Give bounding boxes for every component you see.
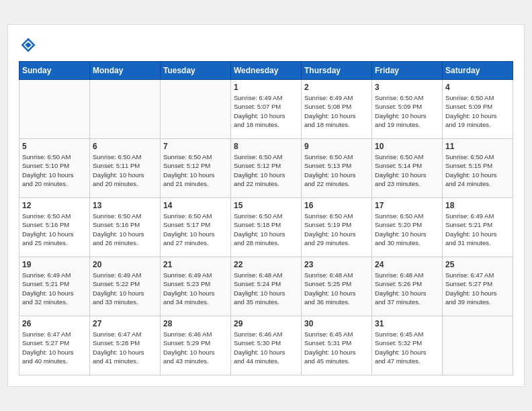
day-info: Sunrise: 6:50 AM Sunset: 5:12 PM Dayligh… bbox=[234, 152, 298, 188]
day-cell-2: 2Sunrise: 6:49 AM Sunset: 5:08 PM Daylig… bbox=[302, 80, 372, 139]
day-info: Sunrise: 6:49 AM Sunset: 5:22 PM Dayligh… bbox=[93, 271, 157, 306]
day-info: Sunrise: 6:48 AM Sunset: 5:25 PM Dayligh… bbox=[304, 271, 369, 306]
day-info: Sunrise: 6:48 AM Sunset: 5:24 PM Dayligh… bbox=[234, 271, 298, 306]
day-cell-28: 28Sunrise: 6:46 AM Sunset: 5:29 PM Dayli… bbox=[161, 316, 231, 375]
day-number: 6 bbox=[93, 142, 157, 151]
day-number: 27 bbox=[93, 319, 157, 328]
day-number: 14 bbox=[163, 201, 228, 210]
empty-cell bbox=[443, 316, 513, 375]
day-cell-23: 23Sunrise: 6:48 AM Sunset: 5:25 PM Dayli… bbox=[302, 257, 372, 316]
day-number: 5 bbox=[22, 142, 87, 151]
day-info: Sunrise: 6:49 AM Sunset: 5:23 PM Dayligh… bbox=[163, 271, 228, 306]
day-info: Sunrise: 6:45 AM Sunset: 5:32 PM Dayligh… bbox=[375, 330, 439, 365]
day-cell-4: 4Sunrise: 6:50 AM Sunset: 5:09 PM Daylig… bbox=[443, 80, 513, 139]
weekday-header-thursday: Thursday bbox=[302, 62, 372, 80]
day-info: Sunrise: 6:50 AM Sunset: 5:13 PM Dayligh… bbox=[304, 152, 369, 188]
week-row-4: 19Sunrise: 6:49 AM Sunset: 5:21 PM Dayli… bbox=[19, 257, 513, 316]
day-number: 15 bbox=[234, 201, 298, 210]
day-cell-10: 10Sunrise: 6:50 AM Sunset: 5:14 PM Dayli… bbox=[372, 139, 443, 198]
day-cell-31: 31Sunrise: 6:45 AM Sunset: 5:32 PM Dayli… bbox=[372, 316, 443, 375]
day-cell-12: 12Sunrise: 6:50 AM Sunset: 5:16 PM Dayli… bbox=[19, 198, 90, 257]
day-info: Sunrise: 6:49 AM Sunset: 5:07 PM Dayligh… bbox=[234, 93, 298, 129]
weekday-header-monday: Monday bbox=[90, 62, 161, 80]
day-cell-5: 5Sunrise: 6:50 AM Sunset: 5:10 PM Daylig… bbox=[19, 139, 90, 198]
day-number: 31 bbox=[375, 319, 439, 328]
day-cell-27: 27Sunrise: 6:47 AM Sunset: 5:28 PM Dayli… bbox=[90, 316, 161, 375]
day-number: 7 bbox=[163, 142, 228, 151]
empty-cell bbox=[19, 80, 90, 139]
day-cell-7: 7Sunrise: 6:50 AM Sunset: 5:12 PM Daylig… bbox=[161, 139, 231, 198]
day-number: 9 bbox=[304, 142, 369, 151]
day-cell-17: 17Sunrise: 6:50 AM Sunset: 5:20 PM Dayli… bbox=[372, 198, 443, 257]
day-cell-16: 16Sunrise: 6:50 AM Sunset: 5:19 PM Dayli… bbox=[302, 198, 372, 257]
week-row-1: 1Sunrise: 6:49 AM Sunset: 5:07 PM Daylig… bbox=[19, 80, 513, 139]
day-info: Sunrise: 6:45 AM Sunset: 5:31 PM Dayligh… bbox=[304, 330, 369, 365]
day-info: Sunrise: 6:50 AM Sunset: 5:18 PM Dayligh… bbox=[234, 212, 298, 247]
week-row-3: 12Sunrise: 6:50 AM Sunset: 5:16 PM Dayli… bbox=[19, 198, 513, 257]
day-info: Sunrise: 6:46 AM Sunset: 5:29 PM Dayligh… bbox=[163, 330, 228, 365]
day-info: Sunrise: 6:50 AM Sunset: 5:11 PM Dayligh… bbox=[93, 152, 157, 188]
day-cell-24: 24Sunrise: 6:48 AM Sunset: 5:26 PM Dayli… bbox=[372, 257, 443, 316]
day-number: 10 bbox=[375, 142, 439, 151]
day-number: 11 bbox=[445, 142, 510, 151]
day-info: Sunrise: 6:50 AM Sunset: 5:17 PM Dayligh… bbox=[163, 212, 228, 247]
day-info: Sunrise: 6:50 AM Sunset: 5:14 PM Dayligh… bbox=[375, 152, 439, 188]
day-number: 24 bbox=[375, 260, 439, 269]
empty-cell bbox=[90, 80, 161, 139]
logo-icon bbox=[19, 36, 38, 54]
day-info: Sunrise: 6:50 AM Sunset: 5:10 PM Dayligh… bbox=[22, 152, 87, 188]
day-cell-29: 29Sunrise: 6:46 AM Sunset: 5:30 PM Dayli… bbox=[231, 316, 302, 375]
day-cell-1: 1Sunrise: 6:49 AM Sunset: 5:07 PM Daylig… bbox=[231, 80, 302, 139]
day-cell-20: 20Sunrise: 6:49 AM Sunset: 5:22 PM Dayli… bbox=[90, 257, 161, 316]
weekday-header-row: SundayMondayTuesdayWednesdayThursdayFrid… bbox=[19, 62, 513, 80]
day-number: 22 bbox=[234, 260, 298, 269]
day-info: Sunrise: 6:50 AM Sunset: 5:12 PM Dayligh… bbox=[163, 152, 228, 188]
day-number: 12 bbox=[22, 201, 87, 210]
day-number: 18 bbox=[445, 201, 510, 210]
weekday-header-tuesday: Tuesday bbox=[161, 62, 231, 80]
day-info: Sunrise: 6:47 AM Sunset: 5:28 PM Dayligh… bbox=[93, 330, 157, 365]
day-cell-19: 19Sunrise: 6:49 AM Sunset: 5:21 PM Dayli… bbox=[19, 257, 90, 316]
day-cell-30: 30Sunrise: 6:45 AM Sunset: 5:31 PM Dayli… bbox=[302, 316, 372, 375]
day-number: 20 bbox=[93, 260, 157, 269]
day-cell-25: 25Sunrise: 6:47 AM Sunset: 5:27 PM Dayli… bbox=[443, 257, 513, 316]
day-number: 21 bbox=[163, 260, 228, 269]
day-cell-21: 21Sunrise: 6:49 AM Sunset: 5:23 PM Dayli… bbox=[161, 257, 231, 316]
day-info: Sunrise: 6:49 AM Sunset: 5:08 PM Dayligh… bbox=[304, 93, 369, 129]
day-info: Sunrise: 6:50 AM Sunset: 5:09 PM Dayligh… bbox=[375, 93, 439, 129]
day-info: Sunrise: 6:50 AM Sunset: 5:16 PM Dayligh… bbox=[22, 212, 87, 247]
day-info: Sunrise: 6:50 AM Sunset: 5:19 PM Dayligh… bbox=[304, 212, 369, 247]
day-cell-18: 18Sunrise: 6:49 AM Sunset: 5:21 PM Dayli… bbox=[443, 198, 513, 257]
day-number: 19 bbox=[22, 260, 87, 269]
day-number: 2 bbox=[304, 83, 369, 92]
weekday-header-saturday: Saturday bbox=[443, 62, 513, 80]
weekday-header-sunday: Sunday bbox=[19, 62, 90, 80]
week-row-2: 5Sunrise: 6:50 AM Sunset: 5:10 PM Daylig… bbox=[19, 139, 513, 198]
calendar-container: SundayMondayTuesdayWednesdayThursdayFrid… bbox=[7, 24, 525, 387]
day-number: 30 bbox=[304, 319, 369, 328]
day-number: 16 bbox=[304, 201, 369, 210]
day-number: 8 bbox=[234, 142, 298, 151]
day-number: 4 bbox=[445, 83, 510, 92]
day-cell-22: 22Sunrise: 6:48 AM Sunset: 5:24 PM Dayli… bbox=[231, 257, 302, 316]
day-info: Sunrise: 6:48 AM Sunset: 5:26 PM Dayligh… bbox=[375, 271, 439, 306]
day-info: Sunrise: 6:46 AM Sunset: 5:30 PM Dayligh… bbox=[234, 330, 298, 365]
day-cell-8: 8Sunrise: 6:50 AM Sunset: 5:12 PM Daylig… bbox=[231, 139, 302, 198]
day-cell-15: 15Sunrise: 6:50 AM Sunset: 5:18 PM Dayli… bbox=[231, 198, 302, 257]
day-number: 29 bbox=[234, 319, 298, 328]
day-info: Sunrise: 6:50 AM Sunset: 5:16 PM Dayligh… bbox=[93, 212, 157, 247]
day-cell-14: 14Sunrise: 6:50 AM Sunset: 5:17 PM Dayli… bbox=[161, 198, 231, 257]
day-number: 25 bbox=[445, 260, 510, 269]
day-cell-6: 6Sunrise: 6:50 AM Sunset: 5:11 PM Daylig… bbox=[90, 139, 161, 198]
day-info: Sunrise: 6:50 AM Sunset: 5:15 PM Dayligh… bbox=[445, 152, 510, 188]
day-cell-3: 3Sunrise: 6:50 AM Sunset: 5:09 PM Daylig… bbox=[372, 80, 443, 139]
day-info: Sunrise: 6:49 AM Sunset: 5:21 PM Dayligh… bbox=[445, 212, 510, 247]
day-number: 23 bbox=[304, 260, 369, 269]
logo bbox=[19, 36, 40, 54]
weekday-header-wednesday: Wednesday bbox=[231, 62, 302, 80]
day-info: Sunrise: 6:50 AM Sunset: 5:20 PM Dayligh… bbox=[375, 212, 439, 247]
day-cell-11: 11Sunrise: 6:50 AM Sunset: 5:15 PM Dayli… bbox=[443, 139, 513, 198]
header bbox=[19, 36, 513, 54]
day-info: Sunrise: 6:47 AM Sunset: 5:27 PM Dayligh… bbox=[445, 271, 510, 306]
day-cell-13: 13Sunrise: 6:50 AM Sunset: 5:16 PM Dayli… bbox=[90, 198, 161, 257]
